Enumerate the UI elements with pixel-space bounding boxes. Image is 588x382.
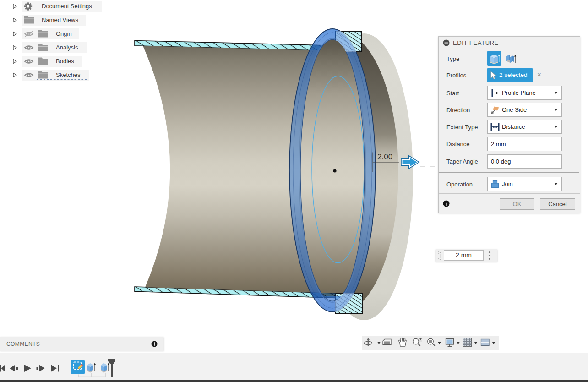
svg-text:2.00: 2.00 (377, 153, 392, 161)
